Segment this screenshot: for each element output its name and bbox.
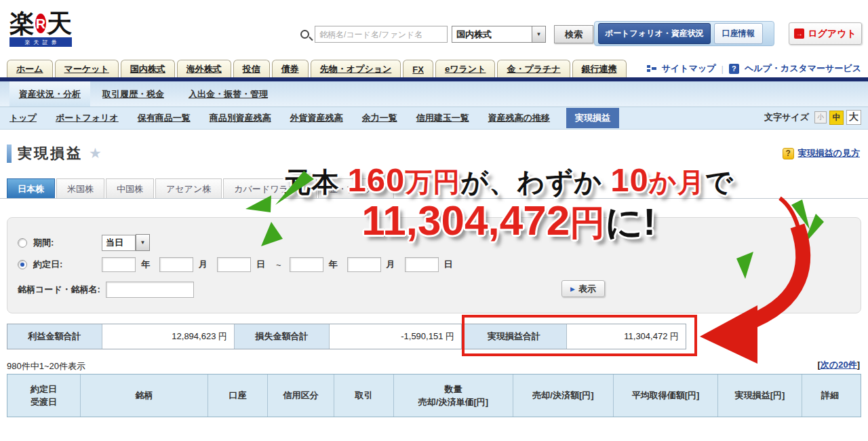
section-top[interactable]: トップ bbox=[9, 112, 37, 124]
trade-date-label-col: 約定日: bbox=[18, 258, 102, 271]
search-input[interactable] bbox=[315, 26, 448, 43]
rakuten-r-icon: R bbox=[35, 14, 46, 33]
font-size-large-button[interactable]: 大 bbox=[846, 110, 861, 125]
rakuten-logo[interactable]: 楽 R 天 楽天証券 bbox=[9, 11, 72, 47]
red-arrow-head bbox=[700, 305, 757, 364]
main-tab-domestic-stock[interactable]: 国内株式 bbox=[121, 60, 175, 78]
logo-left: 楽 bbox=[9, 11, 35, 36]
promo-text: 万円 bbox=[405, 167, 460, 197]
chevron-down-icon[interactable]: ▼ bbox=[136, 234, 150, 251]
main-tab-funds[interactable]: 投信 bbox=[233, 60, 270, 78]
logout-icon: → bbox=[794, 28, 804, 39]
month-unit: 月 bbox=[387, 258, 395, 271]
search-category-select[interactable]: 国内株式 ▼ bbox=[452, 26, 546, 43]
realized-pl-guide-link[interactable]: 実現損益の見方 bbox=[798, 147, 860, 159]
portfolio-status-button[interactable]: ポートフォリオ・資産状況 bbox=[598, 23, 711, 44]
show-button[interactable]: ▶ 表示 bbox=[561, 280, 605, 297]
period-select[interactable]: 当日 ▼ bbox=[102, 234, 150, 251]
period-value: 当日 bbox=[102, 235, 136, 251]
category-trade-history-tax[interactable]: 取引履歴・税金 bbox=[102, 88, 164, 100]
to-day-input[interactable] bbox=[405, 257, 439, 272]
trade-date-radio[interactable] bbox=[18, 260, 27, 269]
category-nav-active-bg: 資産状況・分析 bbox=[9, 81, 90, 107]
section-holdings[interactable]: 保有商品一覧 bbox=[138, 112, 191, 124]
header-utility-links: サイトマップ | ? ヘルプ・カスタマーサービス bbox=[647, 62, 861, 75]
main-tab-bonds[interactable]: 債券 bbox=[272, 60, 309, 78]
day-unit: 日 bbox=[444, 258, 453, 271]
col-sell-settle-amount: 売却/決済額[円] bbox=[513, 375, 614, 417]
section-margin-positions[interactable]: 信用建玉一覧 bbox=[416, 112, 469, 124]
filter-box: 期間: 当日 ▼ 約定日: 年 月 日 ~ 年 月 日 銘柄コード・銘柄名: ▶… bbox=[7, 217, 861, 313]
account-info-button[interactable]: 口座情報 bbox=[714, 23, 763, 44]
loss-total-value: -1,590,151 円 bbox=[330, 324, 462, 349]
realized-pl-total-label: 実現損益合計 bbox=[462, 324, 567, 349]
help-customer-service-link[interactable]: ヘルプ・カスタマーサービス bbox=[745, 62, 861, 75]
period-label-col: 期間: bbox=[18, 237, 102, 249]
main-tab-gold-platinum[interactable]: 金・プラチナ bbox=[497, 60, 570, 78]
tab-asean-stocks[interactable]: アセアン株 bbox=[155, 178, 222, 199]
logo-subtitle: 楽天証券 bbox=[9, 37, 72, 47]
main-tab-fx[interactable]: FX bbox=[403, 60, 433, 78]
pagination-next: [次の20件] bbox=[818, 359, 860, 371]
main-tab-market[interactable]: マーケット bbox=[55, 60, 119, 78]
col-margin-type: 信用区分 bbox=[268, 375, 334, 417]
from-year-input[interactable] bbox=[102, 257, 136, 272]
font-size-label: 文字サイズ bbox=[764, 111, 809, 123]
category-nav: 資産状況・分析 取引履歴・税金 入出金・振替・管理 bbox=[0, 81, 868, 107]
divider: | bbox=[722, 64, 724, 74]
tab-china-stocks[interactable]: 中国株 bbox=[106, 178, 154, 199]
main-tab-ewarrant[interactable]: eワラント bbox=[435, 60, 495, 78]
main-nav: ホーム マーケット 国内株式 海外株式 投信 債券 先物・オプション FX eワ… bbox=[7, 60, 627, 78]
logo-right: 天 bbox=[47, 11, 72, 36]
chevron-down-icon[interactable]: ▼ bbox=[532, 26, 546, 43]
favorite-star-icon[interactable]: ★ bbox=[89, 145, 102, 161]
sitemap-link[interactable]: サイトマップ bbox=[662, 62, 716, 75]
play-icon: ▶ bbox=[570, 286, 575, 292]
category-asset-analysis[interactable]: 資産状況・分析 bbox=[19, 88, 81, 100]
main-tab-futures-options[interactable]: 先物・オプション bbox=[311, 60, 401, 78]
period-radio[interactable] bbox=[18, 238, 27, 248]
next-20-link[interactable]: 次の20件 bbox=[821, 360, 857, 370]
section-portfolio[interactable]: ポートフォリオ bbox=[56, 112, 119, 124]
font-size-small-button[interactable]: 小 bbox=[814, 111, 827, 123]
section-realized-pl[interactable]: 実現損益 bbox=[566, 108, 619, 128]
tab-us-stocks[interactable]: 米国株 bbox=[56, 178, 104, 199]
trade-date-label: 約定日: bbox=[33, 258, 62, 271]
main-tab-home[interactable]: ホーム bbox=[7, 60, 53, 78]
profit-total-value: 12,894,623 円 bbox=[102, 324, 235, 349]
col-avg-acquisition: 平均取得価額[円] bbox=[614, 375, 718, 417]
category-deposit-transfer[interactable]: 入出金・振替・管理 bbox=[189, 88, 268, 100]
to-month-input[interactable] bbox=[347, 257, 381, 272]
range-tilde: ~ bbox=[276, 260, 281, 270]
tab-covered-warrant[interactable]: カバードワラント bbox=[223, 178, 317, 199]
stock-market-tabs: 日本株 米国株 中国株 アセアン株 カバードワラント 金・プラチナ bbox=[7, 178, 394, 199]
account-panel: ポートフォリオ・資産状況 口座情報 bbox=[594, 21, 774, 46]
year-unit: 年 bbox=[141, 258, 150, 271]
search-button[interactable]: 検索 bbox=[554, 25, 593, 43]
promo-months: 10 bbox=[610, 161, 649, 198]
logout-button[interactable]: → ログアウト bbox=[789, 22, 862, 45]
period-label: 期間: bbox=[33, 237, 54, 249]
main-tab-foreign-stock[interactable]: 海外株式 bbox=[177, 60, 231, 78]
promo-text: が、わずか bbox=[460, 167, 610, 197]
section-buying-power[interactable]: 余力一覧 bbox=[362, 112, 397, 124]
section-asset-by-product[interactable]: 商品別資産残高 bbox=[210, 112, 271, 124]
promo-text: で bbox=[705, 167, 734, 197]
section-nav: トップ ポートフォリオ 保有商品一覧 商品別資産残高 外貨資産残高 余力一覧 信… bbox=[0, 107, 868, 130]
font-size-medium-button[interactable]: 中 bbox=[829, 111, 844, 125]
section-foreign-assets[interactable]: 外貨資産残高 bbox=[290, 112, 343, 124]
font-size-control: 文字サイズ 小 中 大 bbox=[764, 110, 861, 125]
search-category-value: 国内株式 bbox=[452, 26, 532, 43]
results-table-header: 約定日 受渡日 銘柄 口座 信用区分 取引 数量 売却/決済単価[円] 売却/決… bbox=[7, 374, 861, 417]
main-tab-bank-link[interactable]: 銀行連携 bbox=[572, 60, 627, 78]
symbol-input[interactable] bbox=[106, 282, 194, 298]
col-account: 口座 bbox=[208, 375, 268, 417]
to-year-input[interactable] bbox=[290, 257, 323, 272]
from-month-input[interactable] bbox=[159, 257, 193, 272]
tab-gold-platinum[interactable]: 金・プラチナ bbox=[318, 178, 393, 199]
tab-japan-stocks[interactable]: 日本株 bbox=[7, 178, 55, 199]
section-asset-trend[interactable]: 資産残高の推移 bbox=[488, 112, 550, 124]
from-day-input[interactable] bbox=[217, 257, 251, 272]
show-button-label: 表示 bbox=[578, 283, 596, 295]
col-symbol: 銘柄 bbox=[81, 375, 208, 417]
